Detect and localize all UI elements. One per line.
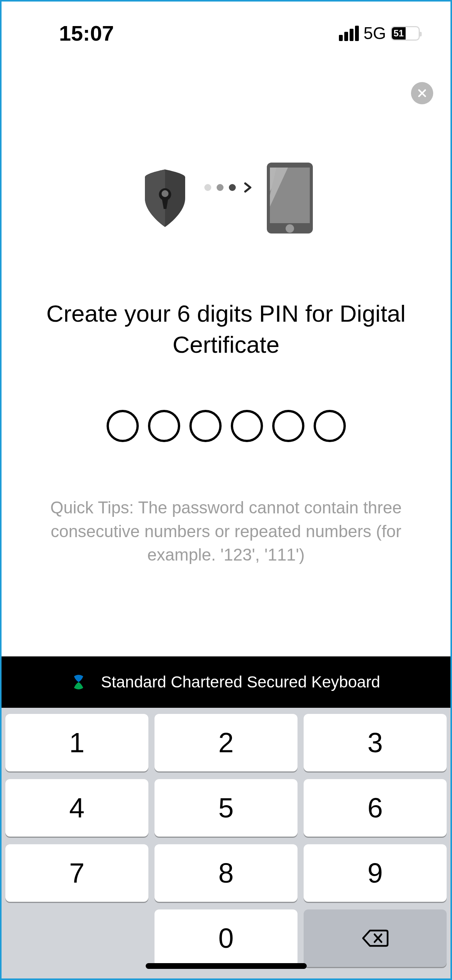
pin-digit-3 — [189, 410, 222, 442]
close-button[interactable] — [411, 82, 433, 104]
key-1[interactable]: 1 — [5, 714, 148, 771]
keyboard: Standard Chartered Secured Keyboard 1 2 … — [2, 656, 450, 978]
page-title: Create your 6 digits PIN for Digital Cer… — [2, 298, 450, 360]
svg-point-1 — [162, 190, 169, 197]
progress-dots — [204, 181, 253, 194]
illustration — [2, 161, 450, 237]
close-icon — [417, 88, 427, 99]
status-time: 15:07 — [59, 21, 114, 46]
signal-icon — [339, 26, 359, 41]
status-indicators: 5G 51 — [339, 24, 420, 43]
pin-input — [2, 410, 450, 442]
standard-chartered-logo-icon — [72, 673, 85, 692]
battery-icon: 51 — [391, 26, 420, 41]
key-5[interactable]: 5 — [155, 779, 297, 837]
keyboard-header-text: Standard Chartered Secured Keyboard — [101, 673, 380, 691]
pin-digit-2 — [148, 410, 180, 442]
key-6[interactable]: 6 — [304, 779, 447, 837]
key-8[interactable]: 8 — [155, 844, 297, 902]
shield-lock-icon — [137, 168, 193, 230]
status-bar: 15:07 5G 51 — [2, 2, 450, 53]
svg-point-4 — [286, 224, 294, 233]
key-7[interactable]: 7 — [5, 844, 148, 902]
chevron-right-icon — [241, 181, 253, 194]
key-3[interactable]: 3 — [304, 714, 447, 771]
pin-digit-1 — [107, 410, 139, 442]
key-backspace[interactable] — [304, 909, 447, 967]
key-9[interactable]: 9 — [304, 844, 447, 902]
network-type: 5G — [363, 24, 386, 43]
key-4[interactable]: 4 — [5, 779, 148, 837]
keypad: 1 2 3 4 5 6 7 8 9 0 — [2, 708, 450, 978]
key-0[interactable]: 0 — [155, 909, 297, 967]
backspace-icon — [362, 928, 389, 948]
key-2[interactable]: 2 — [155, 714, 297, 771]
pin-digit-4 — [231, 410, 263, 442]
pin-digit-6 — [314, 410, 346, 442]
keyboard-header: Standard Chartered Secured Keyboard — [2, 656, 450, 708]
quick-tips: Quick Tips: The password cannot contain … — [2, 496, 450, 567]
battery-level: 51 — [392, 27, 406, 39]
phone-icon — [265, 161, 315, 237]
key-blank — [5, 909, 148, 967]
home-indicator[interactable] — [146, 963, 307, 969]
pin-digit-5 — [272, 410, 304, 442]
